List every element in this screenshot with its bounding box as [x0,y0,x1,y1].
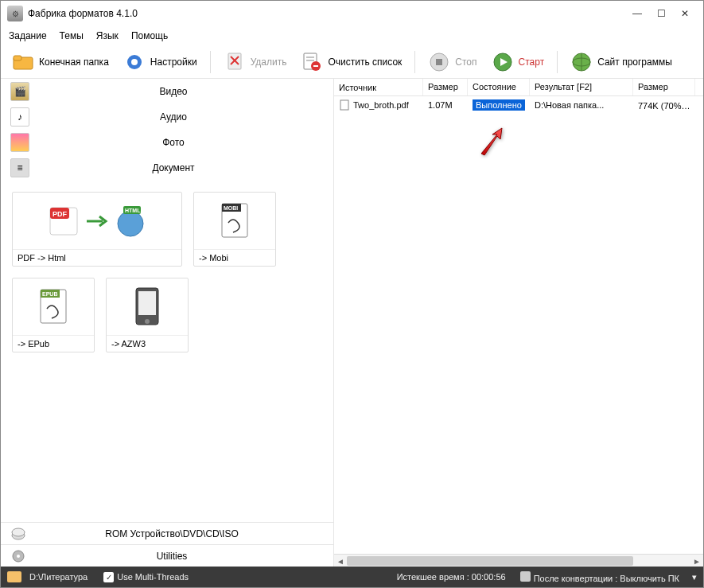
menu-help[interactable]: Помощь [131,30,168,41]
format-pdf-html[interactable]: PDF HTML PDF -> Html [12,192,182,267]
document-icon: ≡ [10,158,29,177]
table-row[interactable]: Two_broth.pdf 1.07M Выполнено D:\Новая п… [334,96,703,114]
site-label: Сайт программы [597,56,672,68]
svg-point-37 [17,555,20,558]
status-dropdown-icon[interactable]: ▾ [692,572,697,582]
stop-label: Стоп [455,56,476,68]
scroll-right-icon[interactable]: ► [690,555,703,567]
scroll-left-icon[interactable]: ◄ [334,555,347,567]
svg-point-3 [131,59,138,65]
menubar: Задание Темы Язык Помощь [1,26,703,45]
format-epub-label: -> EPub [13,335,94,352]
folder-icon[interactable] [7,571,21,582]
delete-button[interactable]: Удалить [219,48,292,76]
category-photo[interactable]: Фото [1,130,333,155]
separator [414,51,415,73]
app-icon: ⚙ [7,6,23,21]
clear-icon [301,51,323,73]
minimize-button[interactable]: — [625,6,649,21]
svg-text:MOBI: MOBI [224,205,238,211]
format-mobi-label: -> Mobi [194,249,275,266]
status-elapsed: Истекшее время : 00:00:56 [397,572,506,582]
svg-text:EPUB: EPUB [42,291,57,297]
cell-state: Выполнено [473,99,525,111]
menu-themes[interactable]: Темы [60,30,84,41]
svg-rect-32 [138,291,156,315]
settings-label: Настройки [150,56,197,68]
multithread-checkbox[interactable]: ✓Use Multi-Threads [103,572,189,582]
svg-text:PDF: PDF [53,210,68,218]
category-audio[interactable]: ♪ Аудио [1,104,333,130]
clear-label: Очистить список [328,56,402,68]
file-icon [339,99,350,111]
clear-list-button[interactable]: Очистить список [296,48,406,76]
globe-icon [570,51,593,73]
svg-rect-38 [340,100,348,110]
window-title: Фабрика форматов 4.1.0 [28,8,625,19]
cell-result: D:\Новая папка... [530,99,633,111]
scroll-thumb[interactable] [347,556,633,566]
svg-point-35 [12,528,25,536]
format-azw3[interactable]: -> AZW3 [106,278,189,352]
col-size2[interactable]: Размер [633,79,695,95]
format-epub[interactable]: EPUB -> EPub [12,278,95,352]
close-button[interactable]: ✕ [673,6,697,21]
content: 🎬 Видео ♪ Аудио Фото ≡ Документ PDF [1,79,703,567]
right-pane: Источник Размер Состояние Результат [F2]… [333,79,703,567]
separator [210,51,211,73]
stop-icon [428,51,450,73]
photo-icon [10,133,29,152]
grid-header: Источник Размер Состояние Результат [F2]… [334,79,703,96]
start-label: Старт [519,56,545,68]
multithread-label: Use Multi-Threads [117,572,189,582]
col-source[interactable]: Источник [334,79,423,95]
output-folder-button[interactable]: Конечная папка [7,48,114,76]
menu-task[interactable]: Задание [9,30,47,41]
cell-size: 1.07M [423,99,468,111]
maximize-button[interactable]: ☐ [649,6,673,21]
format-mobi[interactable]: MOBI -> Mobi [193,192,276,267]
stop-button[interactable]: Стоп [423,48,481,76]
col-state[interactable]: Состояние [468,79,530,95]
svg-point-33 [145,319,150,324]
category-audio-label: Аудио [61,111,333,123]
settings-button[interactable]: Настройки [119,48,202,76]
audio-icon: ♪ [10,107,29,127]
rom-label: ROM Устройство\DVD\CD\ISO [74,528,333,539]
svg-rect-1 [14,56,21,60]
col-result[interactable]: Результат [F2] [530,79,633,95]
col-size[interactable]: Размер [423,79,468,95]
format-grid: PDF HTML PDF -> Html MOBI -> Mobi EPUB -… [1,181,333,522]
cell-source: Two_broth.pdf [353,100,409,110]
svg-rect-13 [436,59,442,65]
format-pdf-html-label: PDF -> Html [13,249,181,266]
delete-label: Удалить [251,56,287,68]
start-button[interactable]: Старт [487,48,550,76]
left-pane: 🎬 Видео ♪ Аудио Фото ≡ Документ PDF [1,79,333,567]
menu-language[interactable]: Язык [96,30,119,41]
after-convert-checkbox[interactable]: После конвертации : Выключить ПК [520,571,679,583]
disc-icon [10,526,26,542]
video-icon: 🎬 [10,82,29,101]
format-azw3-label: -> AZW3 [107,335,188,352]
grid-empty [334,114,703,554]
play-icon [492,51,514,73]
toolbar: Конечная папка Настройки Удалить Очистит… [1,45,703,79]
delete-icon [224,51,246,73]
utilities-label: Utilities [74,551,333,562]
separator [557,51,558,73]
cell-size2: 774K (70%) [638,101,690,111]
utilities-category[interactable]: Utilities [1,544,333,567]
horizontal-scrollbar[interactable]: ◄ ► [334,554,703,567]
gear-icon [123,51,146,73]
after-convert-label: После конвертации : Выключить ПК [534,574,679,583]
category-video[interactable]: 🎬 Видео [1,79,333,104]
category-video-label: Видео [61,86,333,97]
category-list: 🎬 Видео ♪ Аудио Фото ≡ Документ [1,79,333,181]
site-button[interactable]: Сайт программы [566,48,677,76]
folder-icon [12,51,34,73]
status-path[interactable]: D:\Литература [29,572,88,582]
rom-category[interactable]: ROM Устройство\DVD\CD\ISO [1,522,333,544]
category-document[interactable]: ≡ Документ [1,155,333,181]
gear-icon [10,548,26,564]
